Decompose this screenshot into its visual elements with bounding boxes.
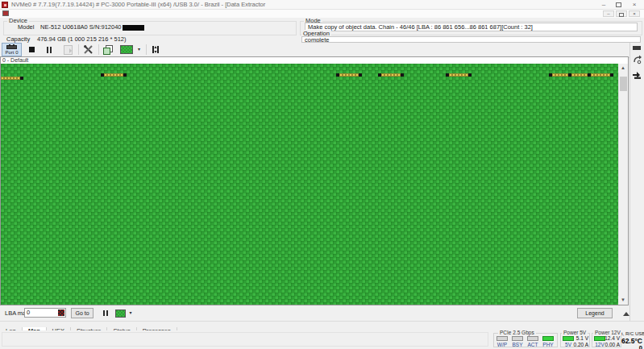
chevron-down-icon: ▾	[138, 44, 140, 56]
map-cell-error	[123, 73, 127, 77]
bottom-control-bar	[0, 305, 629, 321]
title-bar: NVMe0 # 7.7.19(7.7.19.14424) # PC-3000 P…	[0, 0, 644, 10]
pcie-led-act	[527, 336, 538, 341]
info-panel: Device Model NE-512 U0618A0 S/N:912040 C…	[0, 18, 644, 44]
map-style-dropdown[interactable]: ▾	[127, 308, 134, 318]
tools-icon	[84, 45, 93, 54]
minimize-button[interactable]: –	[598, 1, 609, 8]
sort-button[interactable]	[149, 44, 162, 56]
map-thumbnail-icon	[115, 310, 126, 318]
map-cell-error	[359, 73, 362, 77]
pcie-led-label: BSY	[511, 342, 524, 347]
close-button[interactable]: ×	[629, 1, 640, 8]
operation-value-field: complete	[301, 36, 641, 43]
collapse-panel-button[interactable]	[621, 309, 631, 318]
pause-icon	[50, 47, 52, 53]
capacity-label: Capacity	[6, 35, 30, 43]
pcie-group-label: PCIe 2.5 Gbps	[498, 330, 536, 335]
map-cell-error	[468, 73, 472, 77]
power5-amps: 0.20 A	[571, 342, 588, 347]
port-0-label: Port 0	[5, 50, 18, 55]
mdi-minimize-button[interactable]: –	[603, 10, 614, 17]
sort-arrows-icon	[152, 45, 160, 54]
port-small-icon	[633, 72, 642, 79]
temp-group-label: t, R/C USB	[621, 331, 642, 336]
right-dock-strip	[629, 43, 644, 330]
power12-group-label: Power 12V	[593, 330, 622, 335]
map-thumbnail-icon	[120, 45, 133, 54]
power5-group-label: Power 5V	[562, 330, 588, 335]
map-cell-error	[20, 77, 23, 80]
lba-marker-icon[interactable]	[58, 310, 64, 316]
pause-button[interactable]	[43, 44, 56, 56]
copy-sectors-button[interactable]	[102, 44, 114, 56]
temp-sub-value: 0	[621, 344, 642, 349]
triangle-up-icon	[623, 312, 629, 316]
device-model-label: Model	[18, 23, 34, 31]
map-style-button[interactable]	[113, 308, 127, 318]
resume-task-button-disabled[interactable]	[61, 44, 74, 56]
map-vertical-scrollbar[interactable]	[618, 64, 628, 305]
pcie-led-label: ACT	[526, 342, 539, 347]
pcie-led-phy	[542, 336, 554, 341]
tools-button[interactable]	[81, 44, 94, 56]
scroll-down-button[interactable]: ▼	[618, 296, 628, 305]
power12-volts: 12.4 V	[602, 335, 620, 341]
dock-handle-icon[interactable]	[633, 46, 641, 50]
power5-volts: 5.1 V	[571, 335, 588, 341]
app-icon	[2, 2, 8, 8]
port-0-button[interactable]: Port 0	[2, 43, 22, 56]
pause-icon	[103, 310, 105, 316]
mode-task-field: Make copy of object data. Chain - 46/46 …	[305, 23, 638, 31]
status-message-panel	[2, 332, 488, 347]
system-menu-icon[interactable]	[2, 10, 9, 16]
mdi-restore-icon	[619, 13, 624, 17]
maximize-button[interactable]	[613, 1, 624, 8]
scroll-up-button[interactable]: ▲	[618, 64, 628, 73]
port-connector-icon	[6, 44, 17, 50]
map-pause-button[interactable]	[100, 308, 110, 318]
redacted-serial	[123, 25, 144, 31]
pcie-led-label: W/P	[496, 342, 509, 347]
sector-map[interactable]	[1, 64, 618, 305]
window-title: NVMe0 # 7.7.19(7.7.19.14424) # PC-3000 P…	[11, 1, 265, 9]
capacity-value: 476.94 GB (1 000 215 216 * 512)	[37, 35, 127, 43]
power12-amps: 0.00 A	[602, 342, 620, 347]
pc3000-data-extractor-window: NVMe0 # 7.7.19(7.7.19.14424) # PC-3000 P…	[0, 0, 644, 349]
port-task-button[interactable]	[633, 68, 642, 82]
pcie-led-label: PHY	[542, 342, 555, 347]
map-view-button[interactable]	[118, 44, 135, 56]
stop-icon	[29, 47, 35, 52]
chevron-down-icon: ▾	[129, 307, 131, 319]
map-view-dropdown[interactable]: ▾	[135, 44, 143, 56]
maximize-icon	[616, 2, 621, 7]
scrollbar-thumb[interactable]	[620, 77, 627, 91]
document-arrow-icon	[64, 45, 73, 55]
pause-icon	[106, 310, 108, 316]
device-model-value: NE-512 U0618A0 S/N:912040	[40, 23, 144, 31]
pcie-led-bsy	[512, 336, 523, 341]
mdi-restore-button[interactable]	[616, 10, 627, 17]
stop-button[interactable]	[25, 44, 38, 56]
map-header: 0 - Default	[2, 57, 28, 64]
mdi-close-button[interactable]: ×	[629, 10, 640, 17]
map-cell-error	[610, 73, 613, 77]
refresh-task-button[interactable]	[633, 53, 642, 68]
map-cell-error	[401, 73, 404, 77]
legend-button[interactable]: Legend	[577, 308, 613, 318]
copy-sheets-icon	[103, 45, 113, 55]
pause-icon	[47, 47, 48, 53]
pcie-led-wp	[497, 336, 508, 341]
goto-button[interactable]: Go to	[71, 308, 93, 318]
curved-arrow-icon	[633, 55, 642, 64]
